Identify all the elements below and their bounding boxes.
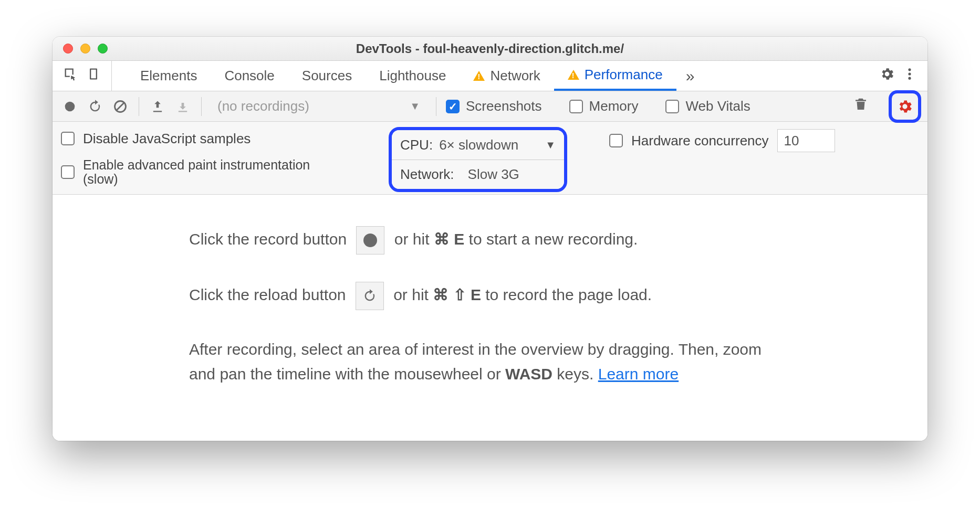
tab-sources[interactable]: Sources — [288, 61, 366, 91]
disable-js-checkbox[interactable] — [61, 132, 75, 145]
throttling-highlight: CPU: 6× slowdown ▼ Network: Slow 3G — [389, 127, 567, 192]
cpu-throttle-select[interactable]: CPU: 6× slowdown ▼ — [392, 130, 564, 160]
devtools-window: DevTools - foul-heavenly-direction.glitc… — [53, 37, 927, 441]
chevron-down-icon: ▼ — [545, 139, 556, 151]
svg-point-3 — [65, 101, 75, 111]
recordings-dropdown[interactable]: (no recordings) ▼ — [211, 98, 426, 114]
window-title: DevTools - foul-heavenly-direction.glitc… — [356, 41, 624, 56]
record-button[interactable] — [61, 99, 79, 114]
hw-concurrency-label: Hardware concurrency — [631, 133, 769, 149]
reload-button-inline[interactable] — [356, 282, 384, 310]
svg-point-1 — [908, 72, 911, 75]
web-vitals-checkbox[interactable]: Web Vitals — [665, 98, 750, 114]
panel-tabs-bar: Elements Console Sources Lighthouse Netw… — [53, 61, 927, 91]
memory-checkbox[interactable]: Memory — [569, 98, 639, 114]
settings-icon[interactable] — [879, 66, 895, 86]
svg-line-5 — [117, 103, 124, 110]
warning-icon — [568, 70, 579, 80]
warning-icon — [473, 71, 485, 81]
hw-concurrency-checkbox[interactable] — [609, 134, 623, 147]
titlebar: DevTools - foul-heavenly-direction.glitc… — [53, 37, 927, 61]
hint-record: Click the record button or hit ⌘ E to st… — [189, 226, 791, 254]
tab-performance[interactable]: Performance — [554, 61, 676, 91]
hw-concurrency-input[interactable]: 10 — [777, 129, 835, 152]
disable-js-label: Disable JavaScript samples — [83, 131, 251, 147]
reload-record-button[interactable] — [86, 99, 104, 114]
inspect-element-icon[interactable] — [63, 67, 78, 85]
performance-empty-state: Click the record button or hit ⌘ E to st… — [53, 195, 927, 441]
svg-point-2 — [908, 77, 911, 80]
save-profile-button[interactable] — [174, 99, 192, 114]
chevron-down-icon: ▼ — [410, 100, 420, 112]
window-controls — [63, 44, 108, 54]
device-toolbar-icon[interactable] — [86, 67, 101, 85]
capture-settings-panel: Disable JavaScript samples Enable advanc… — [53, 122, 927, 195]
tab-lighthouse[interactable]: Lighthouse — [366, 61, 460, 91]
performance-toolbar: (no recordings) ▼ Screenshots Memory Web… — [53, 91, 927, 122]
collect-garbage-button[interactable] — [853, 97, 869, 116]
adv-paint-label: Enable advanced paint instrumentation (s… — [83, 158, 310, 187]
record-button-inline[interactable] — [356, 226, 384, 254]
zoom-window-button[interactable] — [98, 44, 108, 54]
svg-point-0 — [908, 68, 911, 71]
clear-button[interactable] — [111, 99, 129, 114]
hint-reload: Click the reload button or hit ⌘ ⇧ E to … — [189, 282, 791, 310]
load-profile-button[interactable] — [149, 99, 166, 114]
screenshots-checkbox[interactable]: Screenshots — [446, 98, 542, 114]
recordings-placeholder: (no recordings) — [217, 98, 309, 114]
capture-settings-gear-highlight[interactable] — [889, 90, 921, 123]
tab-console[interactable]: Console — [211, 61, 288, 91]
hint-navigate: After recording, select an area of inter… — [189, 337, 791, 386]
learn-more-link[interactable]: Learn more — [598, 365, 679, 383]
network-throttle-select[interactable]: Network: Slow 3G — [392, 160, 564, 189]
minimize-window-button[interactable] — [80, 44, 90, 54]
kebab-menu-icon[interactable] — [902, 67, 917, 85]
more-tabs-button[interactable]: » — [676, 61, 704, 91]
tab-network[interactable]: Network — [460, 61, 554, 91]
tab-elements[interactable]: Elements — [127, 61, 211, 91]
close-window-button[interactable] — [63, 44, 73, 54]
adv-paint-checkbox[interactable] — [61, 165, 75, 179]
